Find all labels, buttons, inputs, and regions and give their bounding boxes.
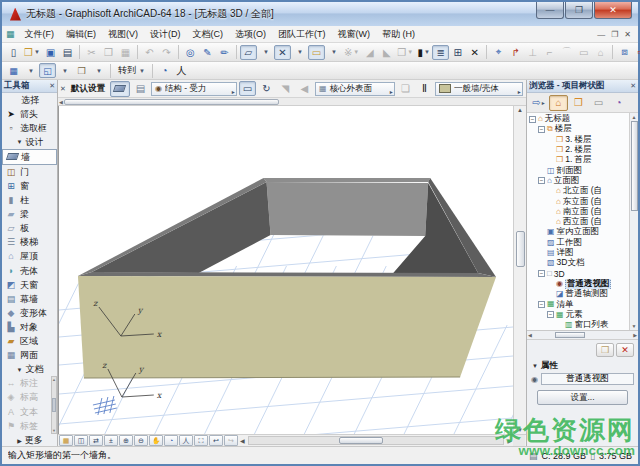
cut-button[interactable]: ✂ [83,45,100,60]
3d-view-dropdown[interactable]: ▼ [56,63,73,78]
horizontal-scroll-thumb[interactable] [339,437,383,444]
mdi-restore-icon[interactable]: ❐ [611,30,618,39]
orbit-button[interactable]: ◔ [164,435,178,446]
tree-item-north-elevation[interactable]: ⌂北立面 (自 [527,186,629,196]
tool-dimension[interactable]: ↔标注 [2,377,57,391]
floor-plan-view-button[interactable]: ▦ [5,63,22,78]
suspend-groups-button[interactable]: ▱ [240,45,257,60]
tree-item-south-elevation[interactable]: ⌂南立面 (自 [527,207,629,217]
menu-window[interactable]: 视窗(W) [332,28,377,41]
tree-item-interior-elevations[interactable]: ▣室内立面图 [527,227,629,237]
layer-settings-button[interactable]: ≣ [432,45,449,60]
scroll-right-icon[interactable]: ▶ [507,437,512,444]
toolbox-header[interactable]: 工具箱 ✕ [2,80,57,93]
tool-marquee[interactable]: ▫选取框 [2,121,57,135]
tree-item-untitled-root[interactable]: −⌂无标题 [527,114,629,124]
renovation-filter-combo[interactable]: ◉ 结构 - 受力 ▸ [151,82,237,96]
toolbox-section-more[interactable]: ▶更多 [2,433,57,447]
gravity-roof-button[interactable]: ◣ [378,45,395,60]
box-button[interactable]: ▭ [575,45,592,60]
tool-stair[interactable]: ☰楼梯 [2,236,57,250]
redo-button[interactable]: ↷ [158,45,175,60]
scroll-left-icon[interactable]: ◀ [59,99,63,105]
layout-book-button[interactable]: ▭ [589,95,608,111]
tree-item-generic-axonometry[interactable]: ◪普通轴测图 [527,289,629,299]
tree-item-elevations[interactable]: −⌂立面图 [527,176,629,186]
reference-line-combo[interactable]: ▦ 核心外表面 ▸ [315,82,395,96]
tree-item-window-list[interactable]: ▥窗口列表 [527,320,629,330]
paste-button[interactable]: ▦ [117,45,134,60]
inject-parameters-button[interactable]: ✏ [216,45,233,60]
3d-view-button[interactable]: ◱ [39,63,56,78]
scroll-up-icon[interactable]: ▲ [517,107,523,113]
tool-shell[interactable]: ◗壳体 [2,264,57,278]
new-button[interactable]: ▯ [5,45,22,60]
menu-options[interactable]: 选项(O) [229,28,272,41]
composite-structure-button[interactable]: ▤ [132,81,149,97]
mdi-minimize-icon[interactable]: — [597,30,605,39]
geometry-rectangle-button[interactable]: ▭ [239,81,256,96]
explore-walk-button[interactable]: 人 [173,63,190,78]
next-view-button[interactable]: ↪ [224,435,238,446]
zoom-percent-button[interactable]: ± [104,435,118,446]
minimize-button[interactable]: — [536,2,564,19]
tree-item-details[interactable]: ▤详图 [527,248,629,258]
snap-point-button[interactable]: ⌖ [490,45,507,60]
scroll-down-icon[interactable]: ▼ [632,323,637,329]
tool-door[interactable]: ◫门 [2,165,57,179]
view-map-button[interactable]: ❒ [569,95,588,111]
viewport-vertical-scrollbar[interactable]: ▲ ▼ [513,106,526,434]
snap-guide-button[interactable]: ⊥ [524,45,541,60]
pick-up-parameters-button[interactable]: ✎ [199,45,216,60]
tree-item-generic-perspective[interactable]: ◉普通透视图 [527,279,629,289]
tree-item-east-elevation[interactable]: ⌂东立面 (自 [527,196,629,206]
arc-button[interactable]: ⌒ [558,45,575,60]
navigator-close-icon[interactable]: ✕ [630,82,636,90]
viewport-horizontal-scrollbar[interactable] [248,436,505,445]
layout-dropdown[interactable]: ▼ [90,63,107,78]
tree-item-schedules[interactable]: −▦清单 [527,299,629,309]
tool-level-dimension[interactable]: ◈标高 [2,391,57,405]
fit-in-window-button[interactable]: ⛶ [194,435,208,446]
scroll-right-icon[interactable]: ▶ [633,332,637,338]
toolbox-section-document[interactable]: ▼文档 [2,363,57,377]
menu-file[interactable]: 文件(F) [19,28,61,41]
find-select-button[interactable]: ◎ [182,45,199,60]
settings-button[interactable]: 设置... [537,390,628,405]
infobox-scrollbar[interactable]: ◀ [58,98,526,106]
tool-text[interactable]: A文本 [2,405,57,419]
close-palette-button[interactable]: ✕ [466,45,483,60]
corner-button[interactable]: ⌐ [541,45,558,60]
zoom-in-button[interactable]: ⊕ [119,435,133,446]
tree-item-3d[interactable]: −□3D [527,268,629,278]
vertical-scroll-thumb[interactable] [516,231,525,267]
marker-check-button[interactable]: ✑ [633,45,640,60]
tool-wall[interactable]: 墙 [2,149,57,165]
menu-view[interactable]: 视图(V) [102,28,144,41]
toolbox-section-select[interactable]: 选择 [2,93,57,107]
magic-wand-dropdown[interactable]: ▼ [325,45,342,60]
tree-item-sections[interactable]: ◫剖面图 [527,165,629,175]
tool-object[interactable]: ▙对象 [2,320,57,334]
delete-button[interactable]: ✕ [616,343,634,357]
tree-item-worksheets[interactable]: ▨工作图 [527,238,629,248]
3d-cutaway-button[interactable]: ⧈ [616,45,633,60]
quick-options-button[interactable]: ▦ [59,435,73,446]
tree-hscroll-thumb[interactable] [555,332,585,338]
collapse-icon[interactable]: − [538,301,545,308]
menu-design[interactable]: 设计(D) [144,28,187,41]
restore-button[interactable]: ❐ [565,2,593,19]
project-chooser-button[interactable]: ⇨▸ [529,95,548,111]
pan-arrows-button[interactable]: ⇄ [89,435,103,446]
publisher-button[interactable]: ◔ [609,95,628,111]
mdi-close-icon[interactable]: ✕ [624,30,631,39]
menu-help[interactable]: 帮助 (H) [376,28,421,41]
pan-hand-button[interactable]: ✋ [149,435,163,446]
tool-morph[interactable]: ◆变形体 [2,306,57,320]
tree-horizontal-scrollbar[interactable]: ◀ ▶ [527,331,638,340]
new-folder-button[interactable]: ❒ [596,343,614,357]
tree-item-story-3[interactable]: ❒3. 楼层 [527,135,629,145]
element-snap-button[interactable]: ▮▼ [415,45,432,60]
3d-viewport-canvas[interactable]: z y x z y x [59,106,513,434]
suspend-groups-dropdown[interactable]: ▼ [257,45,274,60]
